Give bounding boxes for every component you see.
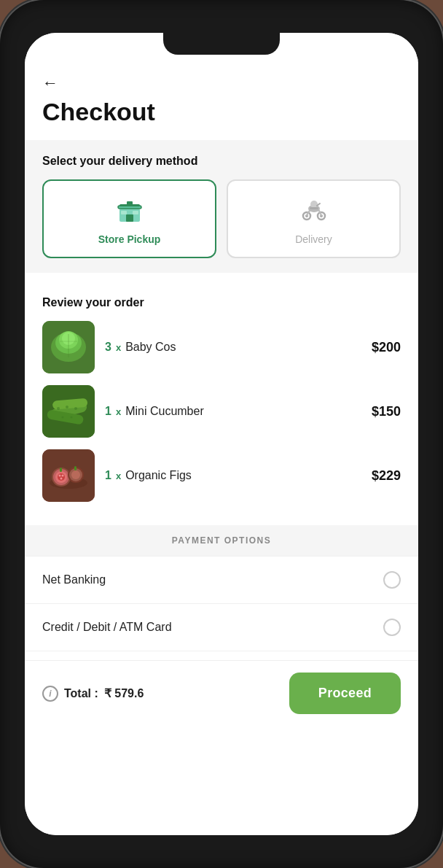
proceed-button[interactable]: Proceed <box>289 673 401 714</box>
total-amount: ₹ 579.6 <box>104 686 144 700</box>
info-icon[interactable]: i <box>42 686 58 702</box>
svg-point-43 <box>71 470 80 479</box>
delivery-section-label: Select your delivery method <box>42 155 401 168</box>
svg-point-40 <box>60 478 63 480</box>
svg-rect-5 <box>133 211 138 214</box>
svg-point-39 <box>62 475 64 477</box>
cucumber-qty: 1 <box>105 405 111 418</box>
store-pickup-option[interactable]: Store Pickup <box>42 179 216 258</box>
baby-cos-qty: 3 <box>105 341 111 354</box>
order-item-baby-cos: 3 x Baby Cos $200 <box>42 321 401 373</box>
svg-point-29 <box>74 407 77 410</box>
delivery-label: Delivery <box>295 233 332 245</box>
delivery-section: Select your delivery method <box>25 140 418 273</box>
svg-rect-2 <box>126 214 133 222</box>
order-section-label: Review your order <box>42 296 401 309</box>
phone-frame: ← Checkout Select your delivery method <box>0 0 443 868</box>
page-title: Checkout <box>42 98 401 125</box>
svg-point-31 <box>71 416 73 419</box>
figs-info: 1 x Organic Figs <box>105 469 361 482</box>
phone-screen: ← Checkout Select your delivery method <box>25 33 418 835</box>
figs-x: x <box>116 470 121 481</box>
payment-section: PAYMENT OPTIONS Net Banking Credit / Deb… <box>25 525 418 651</box>
svg-rect-7 <box>127 201 133 205</box>
svg-point-9 <box>310 201 318 208</box>
figs-image <box>42 449 95 502</box>
scooter-icon <box>297 193 332 228</box>
phone-notch <box>163 33 280 55</box>
total-label: Total : <box>64 687 98 700</box>
net-banking-radio[interactable] <box>383 571 401 589</box>
svg-rect-44 <box>60 468 62 472</box>
order-item-cucumber: 1 x Mini Cucumber $150 <box>42 385 401 438</box>
screen-content: ← Checkout Select your delivery method <box>25 33 418 835</box>
cucumber-name: Mini Cucumber <box>125 405 204 418</box>
net-banking-option[interactable]: Net Banking <box>25 556 418 603</box>
baby-cos-x: x <box>116 342 121 353</box>
order-item-figs: 1 x Organic Figs $229 <box>42 449 401 502</box>
svg-point-30 <box>62 416 64 419</box>
cucumber-price: $150 <box>372 404 401 419</box>
figs-name: Organic Figs <box>125 469 192 482</box>
footer: i Total : ₹ 579.6 Proceed <box>25 660 418 726</box>
store-icon <box>112 193 147 228</box>
figs-qty: 1 <box>105 469 111 482</box>
store-pickup-label: Store Pickup <box>98 233 161 245</box>
back-button[interactable]: ← <box>42 74 58 93</box>
baby-cos-info: 3 x Baby Cos <box>105 341 361 354</box>
net-banking-label: Net Banking <box>42 573 106 586</box>
order-items: 3 x Baby Cos $200 <box>42 321 401 502</box>
delivery-option[interactable]: Delivery <box>227 179 401 258</box>
svg-point-38 <box>59 475 61 477</box>
svg-rect-45 <box>74 466 77 470</box>
total-section: i Total : ₹ 579.6 <box>42 686 144 702</box>
svg-point-27 <box>57 407 60 410</box>
svg-rect-4 <box>121 211 127 214</box>
card-radio[interactable] <box>383 619 401 636</box>
baby-cos-name: Baby Cos <box>125 341 176 354</box>
card-option[interactable]: Credit / Debit / ATM Card <box>25 603 418 651</box>
order-section: Review your order <box>25 282 418 516</box>
baby-cos-image <box>42 321 95 373</box>
cucumber-image <box>42 385 95 438</box>
svg-rect-15 <box>310 207 318 209</box>
cucumber-info: 1 x Mini Cucumber <box>105 405 361 418</box>
svg-point-28 <box>66 406 68 408</box>
delivery-options: Store Pickup <box>42 179 401 258</box>
cucumber-x: x <box>116 406 121 417</box>
payment-section-header: PAYMENT OPTIONS <box>25 525 418 556</box>
card-label: Credit / Debit / ATM Card <box>42 621 172 634</box>
figs-price: $229 <box>372 468 401 484</box>
header: ← Checkout <box>25 62 418 131</box>
baby-cos-price: $200 <box>372 340 401 355</box>
